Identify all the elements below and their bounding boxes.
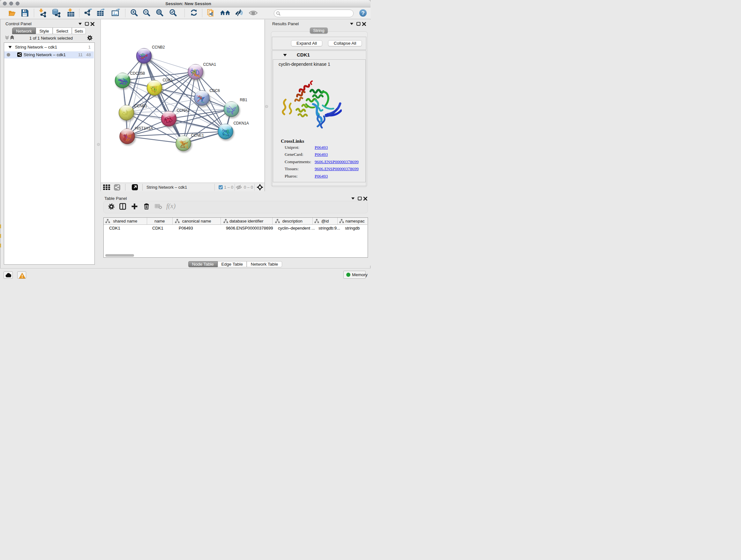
svg-text:CDC25B: CDC25B <box>130 71 145 76</box>
svg-text:CCNE1: CCNE1 <box>191 133 204 138</box>
svg-text:CCNB2: CCNB2 <box>152 45 165 50</box>
svg-text:CDK1: CDK1 <box>163 78 173 82</box>
svg-text:CDKN1A: CDKN1A <box>233 121 249 125</box>
svg-text:?: ? <box>361 10 364 16</box>
svg-text:RB1: RB1 <box>240 98 248 102</box>
svg-text:HIST1H1A: HIST1H1A <box>135 126 153 131</box>
svg-text:CDC6: CDC6 <box>210 88 220 93</box>
svg-text:CCNB1: CCNB1 <box>134 104 147 108</box>
svg-text:CCNA2: CCNA2 <box>177 108 190 113</box>
svg-text:CCNA1: CCNA1 <box>203 62 216 67</box>
